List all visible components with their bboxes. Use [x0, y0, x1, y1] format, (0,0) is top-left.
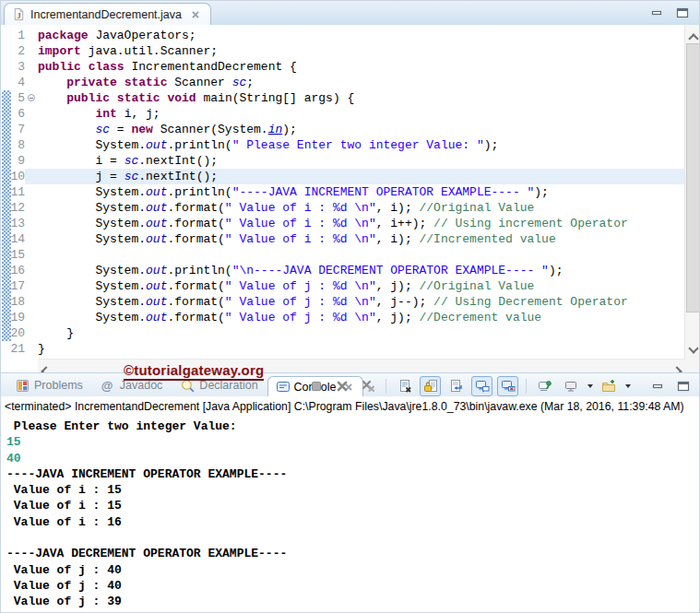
eclipse-window: J IncrementandDecrement.java 1package Ja…: [0, 0, 700, 613]
code-line[interactable]: 5 public static void main(String[] args)…: [1, 90, 685, 106]
java-file-icon: J: [13, 7, 25, 21]
code-line[interactable]: 20 }: [1, 325, 685, 341]
editor-tab-title: IncrementandDecrement.java: [30, 8, 182, 21]
console-output-line: 40: [6, 451, 699, 466]
code-line[interactable]: 12 System.out.format(" Value of i : %d \…: [1, 200, 685, 216]
code-text: import java.util.Scanner;: [38, 43, 685, 59]
scroll-lock-button[interactable]: [420, 376, 441, 396]
code-line[interactable]: 3public class IncrementandDecrement {: [1, 59, 685, 75]
code-line[interactable]: 9 i = sc.nextInt();: [1, 153, 685, 169]
display-console-button[interactable]: [560, 376, 581, 396]
maximize-icon: [676, 379, 691, 394]
code-line-current[interactable]: 10 j = sc.nextInt();: [1, 169, 685, 184]
console-panel-header: Problems@JavadocDeclarationConsole: [1, 372, 699, 397]
tab-problems[interactable]: Problems: [6, 373, 92, 397]
code-line[interactable]: 11 System.out.println("----JAVA INCREMEN…: [1, 184, 685, 200]
code-text: int i, j;: [38, 106, 685, 122]
line-number: 5: [1, 90, 25, 106]
fold-column: [25, 28, 38, 43]
code-line[interactable]: 7 sc = new Scanner(System.in);: [1, 122, 685, 137]
fold-column: [25, 59, 38, 75]
code-text: System.out.format(" Value of i : %d \n",…: [38, 231, 685, 247]
minimize-icon[interactable]: [649, 6, 664, 20]
line-number: 4: [1, 75, 25, 90]
remove-launch-button[interactable]: [331, 376, 352, 396]
fold-column: [25, 137, 38, 153]
code-line[interactable]: 19 System.out.format(" Value of j : %d \…: [1, 310, 685, 325]
code-line[interactable]: 4 private static Scanner sc;: [1, 75, 685, 90]
fold-column: [25, 122, 38, 137]
code-line[interactable]: 14 System.out.format(" Value of i : %d \…: [1, 231, 685, 247]
line-number: 6: [1, 106, 25, 122]
line-number: 2: [1, 43, 25, 59]
line-number: 16: [1, 263, 25, 278]
code-text: System.out.format(" Value of j : %d \n",…: [38, 278, 685, 294]
remove-all-terminated-button[interactable]: [357, 376, 378, 396]
code-text: private static Scanner sc;: [38, 75, 685, 90]
fold-collapse-icon[interactable]: [28, 94, 35, 101]
console-output-line: ----JAVA INCREMENT OPERATOR EXAMPLE----: [6, 466, 699, 482]
open-console-icon: [601, 379, 616, 394]
code-text: System.out.format(" Value of j : %d \n",…: [38, 310, 685, 325]
minimize-button[interactable]: [647, 376, 668, 396]
fold-column: [25, 294, 38, 310]
fold-column: [25, 75, 38, 90]
code-text: j = sc.nextInt();: [38, 169, 685, 184]
code-text: sc = new Scanner(System.in);: [38, 122, 685, 137]
dropdown-arrow-icon[interactable]: [625, 384, 631, 388]
show-stdout-button[interactable]: [471, 376, 492, 396]
maximize-icon[interactable]: [675, 6, 690, 20]
dropdown-arrow-icon[interactable]: [587, 384, 593, 388]
editor-tab[interactable]: J IncrementandDecrement.java: [4, 3, 211, 25]
terminate-button[interactable]: [305, 376, 326, 396]
minimize-icon: [650, 379, 665, 394]
fold-column: [25, 278, 38, 294]
word-wrap-icon: [449, 379, 464, 394]
code-line[interactable]: 17 System.out.format(" Value of j : %d \…: [1, 278, 685, 294]
javadoc-icon: @: [101, 379, 115, 393]
line-number: 8: [1, 137, 25, 153]
fold-column: [25, 263, 38, 278]
code-line[interactable]: 2import java.util.Scanner;: [1, 43, 685, 59]
show-stderr-button[interactable]: [497, 376, 518, 396]
stop-icon: [309, 379, 324, 394]
code-line[interactable]: 6 int i, j;: [1, 106, 685, 122]
fold-column: [25, 216, 38, 231]
fold-column: [25, 325, 38, 341]
open-console-button[interactable]: [598, 376, 619, 396]
code-line[interactable]: 18 System.out.format(" Value of j : %d \…: [1, 294, 685, 310]
code-text: }: [38, 325, 685, 341]
code-line[interactable]: 21}: [1, 341, 685, 357]
fold-column: [25, 43, 38, 59]
console-output[interactable]: Please Enter two integer Value: 1540----…: [1, 415, 699, 612]
remove-all-icon: [361, 379, 375, 394]
maximize-button[interactable]: [672, 376, 694, 396]
vertical-scrollbar-thumb[interactable]: [686, 43, 700, 312]
show-stdout-icon: [475, 379, 490, 394]
line-number: 15: [1, 247, 25, 263]
console-output-line: [6, 530, 699, 546]
tab-label: Problems: [34, 379, 83, 392]
code-text: System.out.println("----JAVA INCREMENT O…: [38, 184, 685, 200]
code-line[interactable]: 1package JavaOperators;: [1, 28, 685, 43]
pin-console-button[interactable]: [534, 376, 555, 396]
code-line[interactable]: 13 System.out.format(" Value of i : %d \…: [1, 216, 685, 231]
close-icon[interactable]: [189, 8, 202, 21]
line-number: 19: [1, 310, 25, 325]
word-wrap-button[interactable]: [445, 376, 467, 396]
line-number: 11: [1, 184, 25, 200]
console-output-line: Value of i : 16: [6, 514, 699, 530]
clear-console-button[interactable]: [394, 376, 415, 396]
console-toolbar: [305, 376, 694, 396]
code-editor[interactable]: 1package JavaOperators;2import java.util…: [1, 25, 700, 372]
editor-window-controls: [649, 6, 690, 20]
code-line[interactable]: 16 System.out.println("\n----JAVA DECREM…: [1, 263, 685, 278]
fold-column: [25, 247, 38, 263]
clear-icon: [397, 379, 412, 394]
fold-column: [25, 341, 38, 357]
code-line[interactable]: 8 System.out.println(" Please Enter two …: [1, 137, 685, 153]
code-line[interactable]: 15: [1, 247, 685, 263]
scroll-down-icon[interactable]: [690, 339, 697, 356]
vertical-scrollbar[interactable]: [684, 25, 700, 360]
code-text: i = sc.nextInt();: [38, 153, 685, 169]
